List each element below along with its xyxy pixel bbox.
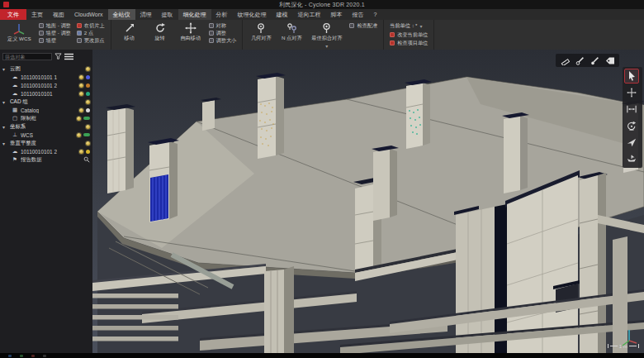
boat-view-icon[interactable] — [624, 151, 639, 166]
orbit-icon[interactable] — [624, 118, 639, 133]
check-project-units-button[interactable]: 检查项目单位 — [390, 40, 428, 46]
fly-icon[interactable] — [624, 135, 639, 150]
visibility-bulb-icon[interactable] — [86, 141, 90, 146]
slice-icon — [77, 23, 82, 28]
tree-item[interactable]: ☁10110010101 2 — [0, 147, 92, 155]
geo-align-icon — [256, 22, 267, 34]
column-with-teal-cloud[interactable] — [405, 79, 432, 149]
current-unit-dropdown[interactable]: 当前单位：*▾ — [390, 22, 428, 30]
check-registration-button[interactable]: 检查配准 — [349, 22, 377, 29]
geometric-align-button[interactable]: 几何对齐 — [249, 21, 273, 51]
menu-tab[interactable]: 提取 — [157, 9, 178, 20]
menu-tab[interactable]: ? — [369, 9, 382, 20]
column-a[interactable] — [106, 104, 135, 193]
column-below-slab[interactable] — [264, 266, 294, 353]
tree-section[interactable]: ▾垂直平整度 — [0, 139, 92, 147]
ucs-on-slice-button[interactable]: 在切片上 — [77, 22, 105, 29]
menu-tab[interactable]: 细化处理 — [178, 9, 211, 20]
column-right-upper[interactable] — [502, 112, 529, 193]
menu-tab[interactable]: CloudWorx — [69, 9, 108, 20]
tree-section[interactable]: ▾坐标系 — [0, 122, 92, 131]
color-dot[interactable] — [86, 84, 90, 88]
ucs-two-points-button[interactable]: 2 点 — [77, 30, 105, 36]
tree-item-label: CAD 组 — [10, 98, 28, 106]
viewport-3d[interactable]: 1 m — [92, 50, 644, 353]
define-wcs-button[interactable]: 定义 WCS — [6, 21, 33, 51]
menu-tab[interactable]: 分析 — [211, 9, 233, 20]
ucs-change-origin-button[interactable]: 更改原点 — [77, 37, 105, 44]
color-dot[interactable] — [86, 150, 90, 154]
visibility-bulb-icon[interactable] — [79, 108, 83, 112]
tree-section[interactable]: ▾CAD 组 — [0, 98, 92, 106]
annotate-alt-icon[interactable] — [590, 55, 600, 65]
visibility-bulb-icon[interactable] — [79, 84, 83, 88]
visibility-bulb-icon[interactable] — [86, 125, 90, 129]
ucs-wall-adjust-button[interactable]: 墙壁 - 调整 — [39, 30, 71, 36]
caret-icon[interactable]: ▾ — [2, 124, 7, 130]
tree-item[interactable]: ⊥WCS — [0, 131, 92, 139]
ucs-ground-adjust-button[interactable]: 地面 - 调整 — [39, 22, 71, 29]
filter-funnel-icon[interactable] — [54, 53, 62, 60]
resize-button[interactable]: 调整大小 — [209, 37, 237, 44]
adjust-button[interactable]: 调整 — [209, 30, 237, 36]
menu-tab[interactable]: 全站仪 — [108, 9, 135, 20]
visibility-bulb-icon[interactable] — [77, 117, 81, 121]
tree-item[interactable]: ☁10110010101 1 — [0, 73, 92, 81]
check-registration-icon — [349, 23, 354, 28]
move-button[interactable]: 移动 — [117, 21, 142, 51]
rotate-button[interactable]: 旋转 — [148, 21, 173, 51]
visibility-bulb-icon[interactable] — [77, 133, 81, 137]
visibility-bulb-icon[interactable] — [86, 100, 90, 104]
measure-icon[interactable] — [560, 55, 571, 65]
n-points-align-button[interactable]: N 点对齐 — [279, 21, 304, 51]
menu-tab[interactable]: 文件 — [0, 9, 26, 20]
toggle-pill[interactable] — [83, 117, 90, 120]
menu-tab[interactable]: 纹理化处理 — [233, 9, 272, 20]
tree-item[interactable]: ☁10110010101 2 — [0, 81, 92, 89]
fit-view-icon[interactable] — [624, 102, 639, 117]
caret-icon[interactable]: ▾ — [2, 141, 7, 146]
visibility-bulb-icon[interactable] — [79, 150, 83, 154]
color-dot[interactable] — [86, 75, 90, 79]
toggle-pill[interactable] — [83, 133, 90, 136]
change-current-unit-button[interactable]: 改变当前单位 — [390, 31, 428, 38]
color-dot[interactable] — [86, 92, 90, 96]
tree-item[interactable]: ▢限制框 — [0, 114, 92, 122]
tree-item-label: Catalog — [21, 107, 39, 113]
visibility-bulb-icon[interactable] — [79, 75, 83, 79]
tree-section[interactable]: ▾云图 — [0, 64, 92, 73]
pan-icon[interactable] — [624, 85, 639, 100]
select-cursor-icon[interactable] — [624, 69, 639, 84]
mirror-button[interactable]: 对称 — [209, 22, 237, 29]
color-dot[interactable] — [86, 108, 90, 112]
tag-icon[interactable] — [604, 55, 615, 65]
visibility-bulb-icon[interactable] — [79, 92, 83, 96]
annotate-icon[interactable] — [575, 55, 585, 65]
visibility-bulb-icon[interactable] — [86, 67, 90, 71]
menu-tab[interactable]: 脚本 — [326, 9, 348, 20]
caret-icon[interactable]: ▾ — [2, 99, 7, 105]
menu-tab[interactable]: 视图 — [48, 9, 69, 20]
column-with-blue-cloud[interactable] — [148, 138, 179, 222]
ucs-wall-button[interactable]: 墙壁 — [39, 37, 71, 44]
tree-item[interactable]: ⚑报告数据 — [0, 155, 92, 164]
3d-model-scene[interactable] — [92, 50, 644, 353]
menu-tab[interactable]: 报告 — [348, 9, 369, 20]
zoom-to-icon[interactable] — [83, 156, 90, 163]
tree-item[interactable]: ☁10110010101 — [0, 89, 92, 98]
filter-objects-input[interactable] — [2, 53, 52, 60]
column-with-tan-cloud[interactable] — [256, 73, 286, 159]
panel-menu-icon[interactable] — [64, 53, 73, 60]
rotate-icon — [154, 22, 166, 34]
menu-tab[interactable]: 逆向工程 — [293, 9, 326, 20]
tree-item[interactable]: ▦Catalog — [0, 106, 92, 114]
menu-tab[interactable]: 清理 — [135, 9, 157, 20]
best-fit-align-button[interactable]: 最佳拟合对齐 ▾ — [310, 21, 343, 51]
menu-tab[interactable]: 建模 — [272, 9, 293, 20]
free-move-button[interactable]: 自由移动 — [178, 21, 203, 51]
column-mid-back[interactable] — [372, 146, 399, 221]
menu-tab[interactable]: 主页 — [26, 9, 48, 20]
chevron-down-icon: ▾ — [325, 43, 328, 49]
tree-item-label: 10110010101 2 — [21, 83, 57, 88]
caret-icon[interactable]: ▾ — [2, 66, 7, 72]
